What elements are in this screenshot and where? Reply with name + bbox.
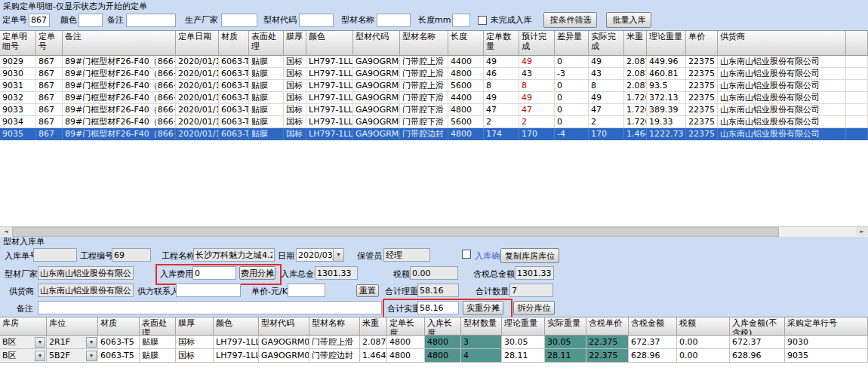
keeper-field[interactable]: [383, 248, 430, 262]
cell-length: 4400: [448, 92, 484, 104]
column-header-remark[interactable]: 备注: [63, 31, 176, 56]
project-no-field[interactable]: [112, 248, 151, 262]
actual-total-input[interactable]: [417, 301, 459, 314]
scroll-right-icon[interactable]: ►: [856, 227, 868, 236]
column-header-theory_weight[interactable]: 理论重量: [647, 31, 686, 56]
column-header-in_amount[interactable]: 入库金额(不含税): [730, 317, 785, 336]
cell-extra: [846, 92, 868, 104]
supplier-field[interactable]: [38, 284, 134, 297]
cell-film: 国标: [176, 349, 214, 363]
length-input[interactable]: [452, 14, 470, 27]
column-header-color[interactable]: 颜色: [214, 317, 259, 336]
column-header-diff[interactable]: 差异量: [555, 31, 589, 56]
column-header-theory_weight[interactable]: 理论重量: [502, 317, 545, 336]
inbound-confirm-checkbox[interactable]: [462, 250, 471, 259]
column-header-color[interactable]: 颜色: [306, 31, 353, 56]
cell-location[interactable]: 2R1F▾: [47, 336, 98, 349]
column-header-film[interactable]: 膜厚: [176, 317, 214, 336]
dropdown-arrow-icon[interactable]: ▾: [86, 351, 97, 361]
tax-total-field[interactable]: [515, 266, 554, 280]
scroll-left-icon[interactable]: ◄: [0, 227, 12, 236]
profile-name-input[interactable]: [377, 14, 411, 27]
column-header-tax_price[interactable]: 含税单价: [586, 317, 629, 336]
column-header-warehouse[interactable]: 库房: [0, 317, 47, 336]
column-header-length[interactable]: 长度: [448, 31, 484, 56]
weight-share-button[interactable]: 实重分摊: [463, 301, 503, 315]
column-header-surface[interactable]: 表面处理: [249, 31, 284, 56]
tax-field[interactable]: [410, 266, 458, 280]
split-location-button[interactable]: 拆分库位: [513, 301, 555, 315]
column-header-extra[interactable]: [846, 31, 868, 56]
column-header-profile_code[interactable]: 型材代码: [259, 317, 309, 336]
column-header-meter_weight[interactable]: 米重: [624, 31, 647, 56]
column-header-profile_code[interactable]: 型材代码: [353, 31, 400, 56]
table-row[interactable]: 903186789#门框型材F26-F40（866+867）2020/01/13…: [0, 80, 868, 92]
column-header-material[interactable]: 材质: [98, 317, 140, 336]
column-header-profile_name[interactable]: 型材名称: [309, 317, 360, 336]
profile-code-input[interactable]: [299, 14, 334, 27]
total-amount-field[interactable]: [315, 266, 358, 280]
color-input[interactable]: [78, 14, 103, 27]
project-name-field[interactable]: [193, 248, 275, 262]
column-header-order_no[interactable]: 定单号: [36, 31, 63, 56]
column-header-material[interactable]: 材质: [219, 31, 249, 56]
column-header-expected[interactable]: 预计完成: [519, 31, 555, 56]
table-row[interactable]: 903286789#门框型材F26-F40（866+867）2020/01/13…: [0, 92, 868, 104]
contact-input[interactable]: [176, 284, 241, 297]
unit-price-input[interactable]: [288, 284, 325, 297]
table-row[interactable]: B区▾2R1F▾6063-T5贴膜国标LH797-1LL0GA9OGRM03门带…: [0, 336, 868, 349]
dropdown-arrow-icon[interactable]: ▾: [35, 351, 45, 361]
column-header-price[interactable]: 单价: [686, 31, 718, 56]
column-header-profile_name[interactable]: 型材名称: [400, 31, 448, 56]
table-row[interactable]: 902986789#门框型材F26-F40（866+867）2020/01/13…: [0, 56, 868, 68]
column-header-actual[interactable]: 实际完成: [589, 31, 624, 56]
filter-by-condition-button[interactable]: 按条件筛选: [543, 12, 597, 28]
order-no-input[interactable]: [29, 14, 50, 27]
date-dropdown-icon[interactable]: ▾: [333, 248, 344, 262]
form-remark-input[interactable]: [38, 301, 382, 314]
horizontal-scrollbar[interactable]: ◄ ►: [0, 226, 868, 237]
dropdown-arrow-icon[interactable]: ▾: [86, 337, 97, 348]
batch-inbound-button[interactable]: 批量入库: [606, 12, 651, 28]
column-header-surface[interactable]: 表面处理: [140, 317, 176, 336]
column-header-actual_weight[interactable]: 实际重量: [545, 317, 586, 336]
fee-share-button[interactable]: 费用分摊: [239, 266, 275, 280]
qty-total-field[interactable]: [509, 284, 553, 297]
factory-field[interactable]: [38, 266, 134, 280]
dropdown-arrow-icon[interactable]: ▾: [35, 337, 45, 348]
table-row[interactable]: 903586789#门框型材F26-F40（866+867）2020/01/13…: [0, 128, 868, 140]
column-header-location[interactable]: 库位: [47, 317, 98, 336]
cell-warehouse[interactable]: B区▾: [0, 349, 47, 363]
cell-warehouse[interactable]: B区▾: [0, 336, 47, 349]
column-header-detail_no[interactable]: 定单明细号: [0, 31, 36, 56]
column-header-meter_weight[interactable]: 米重: [360, 317, 387, 336]
column-header-film[interactable]: 膜厚: [284, 31, 306, 56]
cell-actual: 47: [589, 104, 624, 116]
column-header-in_length[interactable]: 入库长度: [425, 317, 461, 336]
cell-diff: 0: [555, 80, 589, 92]
remark-input[interactable]: [126, 14, 176, 27]
column-header-order_qty[interactable]: 定单数量: [484, 31, 519, 56]
unfinished-checkbox[interactable]: [478, 16, 487, 25]
column-header-tax_amount[interactable]: 含税金额: [629, 317, 677, 336]
entry-no-field[interactable]: [33, 248, 77, 262]
column-header-po_line[interactable]: 采购定单行号: [785, 317, 868, 336]
table-row[interactable]: 903086789#门框型材F26-F40（866+867）2020/01/13…: [0, 68, 868, 80]
manufacturer-input[interactable]: [221, 14, 257, 27]
cell-order_date: 2020/01/13: [176, 104, 219, 116]
column-header-order_date[interactable]: 定单日期: [176, 31, 219, 56]
column-header-order_length[interactable]: 定单长度: [387, 317, 425, 336]
fee-input[interactable]: [192, 266, 236, 280]
column-header-supplier[interactable]: 供货商: [718, 31, 846, 56]
cell-location[interactable]: 5B2F▾: [47, 349, 98, 363]
table-row[interactable]: B区▾5B2F▾6063-T5贴膜国标LH797-1LL0GA9OGRM05门带…: [0, 349, 868, 363]
table-row[interactable]: 903486789#门框型材F26-F40（866+867）2020/01/13…: [0, 116, 868, 128]
theory-total-field[interactable]: [417, 284, 459, 297]
cell-profile_name: 门带腔上滑: [400, 80, 448, 92]
reset-button[interactable]: 重置: [356, 284, 379, 297]
cell-theory_weight: 30.05: [502, 336, 545, 349]
column-header-tax[interactable]: 税额: [677, 317, 730, 336]
copy-warehouse-button[interactable]: 复制库房库位: [500, 248, 559, 263]
column-header-qty[interactable]: 型材数量: [461, 317, 502, 336]
table-row[interactable]: 903386789#门框型材F26-F40（866+867）2020/01/13…: [0, 104, 868, 116]
